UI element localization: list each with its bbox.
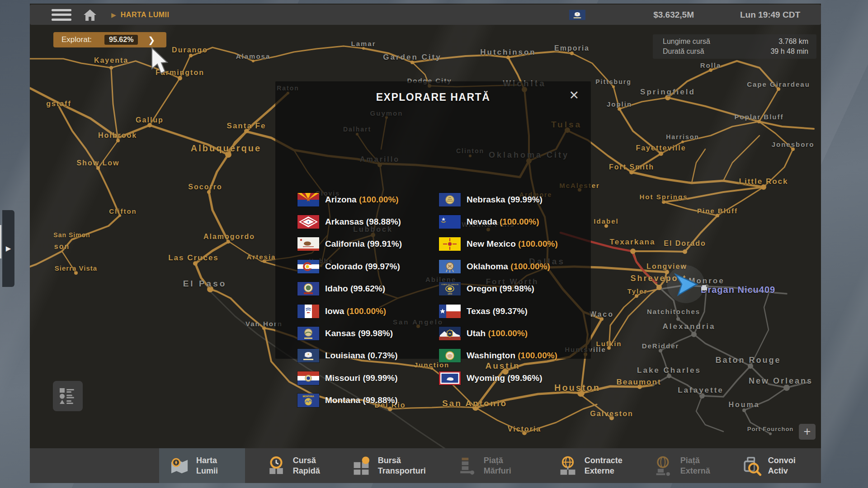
route-length-value: 3.768 km <box>778 38 808 46</box>
breadcrumb-chevron-icon: ▶ <box>111 11 116 19</box>
city-label: San Antonio <box>442 399 507 408</box>
state-row: Missouri (99.99%) <box>297 367 433 389</box>
new-mexico-flag-icon <box>439 237 461 251</box>
city-label: Gallup <box>136 116 164 124</box>
arkansas-flag-icon <box>297 215 319 229</box>
globe-boxes-icon <box>557 455 578 476</box>
city-label: Harrison <box>666 133 699 141</box>
city-label: Pittsburg <box>595 78 631 85</box>
route-info-panel: Lungime cursă 3.768 km Durată cursă 39 h… <box>653 34 816 59</box>
state-label: Arizona (100.00%) <box>325 195 399 205</box>
home-button[interactable] <box>83 9 97 21</box>
dialog-title: EXPLORARE HARTĂ <box>275 91 591 103</box>
state-label: Oregon (99.98%) <box>467 284 534 294</box>
city-label: son <box>54 243 70 251</box>
colorado-flag-icon <box>297 260 319 273</box>
city-label: Santa Fe <box>227 122 266 131</box>
city-label: Cape Girardeau <box>747 80 810 88</box>
route-length-label: Lungime cursă <box>663 38 710 46</box>
nav-item-piata-marfuri: Piață Mărfuri <box>447 448 537 483</box>
state-label: Nevada (100.00%) <box>467 217 539 227</box>
top-bar: ▶ HARTA LUMII $3.632,5M Lun 19:49 CDT <box>30 5 821 25</box>
home-icon <box>83 9 97 21</box>
oklahoma-flag-icon <box>439 260 461 273</box>
kansas-flag-icon <box>297 327 319 340</box>
city-label: Idabel <box>594 217 618 225</box>
state-row: Iowa (100.00%) <box>297 300 433 322</box>
city-label: Baton Rouge <box>716 356 781 365</box>
nav-item-piata-externa: PiațăExternă <box>643 448 720 483</box>
explored-percent-badge[interactable]: Explorat: 95.62% ❯ <box>53 32 166 47</box>
state-row: STATE OF OREGON1859Oregon (99.98%) <box>439 278 575 300</box>
state-label: Utah (100.00%) <box>467 328 528 338</box>
state-label: Iowa (100.00%) <box>325 306 386 316</box>
state-row: California (99.91%) <box>297 233 433 255</box>
state-row: Idaho (99.62%) <box>297 278 433 300</box>
nav-item-label: Harta Lumii <box>196 455 235 476</box>
svg-text:1859: 1859 <box>448 293 453 295</box>
route-length-row: Lungime cursă 3.768 km <box>663 38 808 46</box>
nav-item-harta-lumii[interactable]: Harta Lumii <box>159 448 245 483</box>
map-legend-button[interactable] <box>53 381 83 411</box>
city-label: Kayenta <box>94 56 128 65</box>
state-row: Wyoming (99.96%) <box>439 367 575 389</box>
city-label: Jonesboro <box>772 141 815 148</box>
nav-item-contracte-externe[interactable]: ContracteExterne <box>547 448 632 483</box>
nav-item-cursa-rapida[interactable]: CursăRapidă <box>256 448 330 483</box>
city-label: Lake Charles <box>637 366 701 375</box>
arizona-flag-icon <box>297 193 319 206</box>
states-column-left: Arizona (100.00%)Arkansas (98.88%)Califo… <box>297 188 433 412</box>
city-label: Galveston <box>590 410 633 418</box>
city-label: Little Rock <box>739 177 788 186</box>
truck-icon <box>701 285 710 291</box>
nav-item-label: CursăRapidă <box>293 455 320 476</box>
states-column-right: Nebraska (99.99%)Nevada (100.00%)New Mex… <box>439 188 575 389</box>
missouri-flag-icon <box>297 371 319 385</box>
menu-icon[interactable] <box>52 9 71 21</box>
city-label: Port Fourchon <box>747 426 794 432</box>
clock-icon <box>266 455 287 476</box>
state-row: Nevada (100.00%) <box>439 211 575 233</box>
zoom-in-button[interactable]: + <box>799 424 816 440</box>
city-label: Lafayette <box>678 386 724 395</box>
nav-item-label: Convoi Activ <box>768 455 811 476</box>
state-label: New Mexico (100.00%) <box>467 239 558 249</box>
nav-item-bursa-transporturi[interactable]: BursăTransporturi <box>341 448 436 483</box>
nav-item-label: ContracteExterne <box>585 455 623 476</box>
city-label: El Dorado <box>664 239 706 248</box>
state-label: Louisiana (0.73%) <box>325 351 398 361</box>
bottom-nav-bar: Harta LumiiCursăRapidăBursăTransporturiP… <box>30 448 821 483</box>
nav-item-label: BursăTransporturi <box>378 455 426 476</box>
louisiana-flag-icon <box>297 349 319 362</box>
city-label: Las Cruces <box>168 253 219 263</box>
state-label: Texas (99.37%) <box>467 306 528 316</box>
chevron-right-icon[interactable]: ❯ <box>148 35 155 45</box>
city-label: Emporia <box>554 44 590 52</box>
map-icon <box>169 455 190 476</box>
utah-flag-icon <box>439 327 461 340</box>
city-label: Show Low <box>76 159 119 167</box>
arrow-right-icon: ▶ <box>6 244 11 253</box>
nav-item-label: Piață Mărfuri <box>484 455 527 476</box>
city-label: Alamosa <box>236 52 271 60</box>
city-label: Hutchinson <box>480 48 536 57</box>
state-row: Nebraska (99.99%) <box>439 188 575 211</box>
svg-text:STATE OF OREGON: STATE OF OREGON <box>441 283 458 286</box>
state-label: Nebraska (99.99%) <box>467 195 542 205</box>
city-label: Alamogordo <box>203 233 255 241</box>
close-icon[interactable]: ✕ <box>567 88 581 103</box>
breadcrumb[interactable]: HARTA LUMII <box>121 11 170 19</box>
state-row: Utah (100.00%) <box>439 322 575 344</box>
city-label: Lamar <box>351 40 376 47</box>
washington-flag-icon <box>439 349 461 362</box>
route-duration-label: Durată cursă <box>663 47 704 56</box>
city-label: Natchitoches <box>647 308 700 315</box>
state-row: Louisiana (0.73%) <box>297 345 433 367</box>
nav-item-label: PiațăExternă <box>680 455 710 476</box>
texas-flag-icon <box>439 305 461 318</box>
explored-value: 95.62% <box>104 35 138 45</box>
side-panel-tab[interactable]: ▶ <box>2 210 14 287</box>
state-row: Washington (100.00%) <box>439 345 575 367</box>
state-label: Arkansas (98.88%) <box>325 217 401 227</box>
nav-item-convoi-activ[interactable]: Convoi Activ <box>731 448 821 483</box>
